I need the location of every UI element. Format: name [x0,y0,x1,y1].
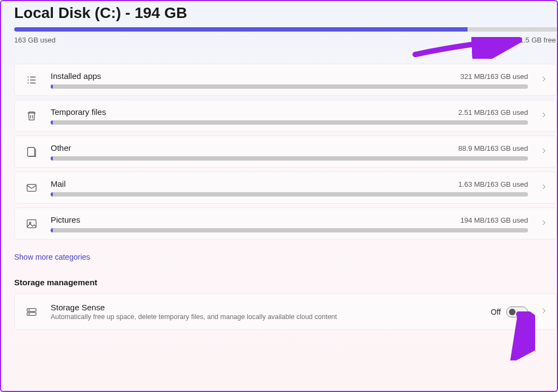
category-row-other[interactable]: Other88.9 MB/163 GB used [14,136,557,168]
category-value: 2.51 MB/163 GB used [458,108,528,117]
svg-rect-13 [27,312,37,315]
chevron-right-icon [540,75,548,85]
apps-icon [25,73,39,87]
category-bar-fill [51,192,53,197]
category-bar [51,228,528,232]
svg-rect-10 [27,220,37,228]
svg-point-0 [28,77,29,78]
chevron-right-icon [540,147,548,157]
chevron-right-icon [540,111,548,121]
category-bar-fill [51,228,53,232]
free-label: 31.5 GB free [515,36,556,44]
category-bar [51,84,528,89]
storage-sense-row[interactable]: Storage Sense Automatically free up spac… [14,293,557,330]
category-bar-fill [51,156,53,161]
used-label: 163 GB used [14,36,56,44]
drive-icon [25,305,39,319]
chevron-right-icon [540,183,548,193]
storage-sense-title: Storage Sense [51,303,491,312]
category-name: Installed apps [51,71,101,81]
page-title: Local Disk (C:) - 194 GB [14,4,557,22]
svg-rect-12 [27,308,37,311]
svg-point-1 [28,79,29,81]
category-bar-fill [51,120,53,125]
category-bar [51,192,528,197]
disk-usage-bar [14,27,557,32]
category-bar [51,120,528,125]
toggle-knob [509,309,515,315]
svg-point-15 [29,314,29,314]
category-bar-fill [51,84,53,89]
category-value: 1.63 MB/163 GB used [458,180,528,188]
category-name: Other [51,143,71,152]
other-icon [25,145,39,159]
pictures-icon [25,217,39,231]
chevron-right-icon [540,307,548,317]
storage-management-heading: Storage management [14,278,557,287]
category-name: Temporary files [51,107,106,117]
disk-usage-bar-fill [14,27,468,32]
category-value: 88.9 MB/163 GB used [458,144,528,152]
svg-rect-8 [28,148,35,157]
category-name: Pictures [51,215,80,224]
category-bar [51,156,528,161]
show-more-categories-link[interactable]: Show more categories [14,253,90,261]
category-value: 194 MB/163 GB used [460,216,528,224]
mail-icon [25,181,39,195]
category-row-trash[interactable]: Temporary files2.51 MB/163 GB used [14,100,557,132]
storage-sense-state-label: Off [491,308,501,316]
storage-sense-description: Automatically free up space, delete temp… [51,313,491,321]
chevron-right-icon [540,219,548,229]
category-value: 321 MB/163 GB used [460,72,528,81]
svg-point-2 [28,83,29,84]
svg-rect-9 [27,185,37,192]
svg-point-14 [29,309,29,310]
category-row-pictures[interactable]: Pictures194 MB/163 GB used [14,207,557,240]
disk-usage-labels: 163 GB used 31.5 GB free [14,36,557,44]
category-row-mail[interactable]: Mail1.63 MB/163 GB used [14,171,557,204]
category-name: Mail [51,179,66,188]
trash-icon [25,109,39,123]
storage-sense-toggle[interactable] [506,307,528,317]
category-row-apps[interactable]: Installed apps321 MB/163 GB used [14,64,557,96]
category-list: Installed apps321 MB/163 GB usedTemporar… [14,64,557,240]
